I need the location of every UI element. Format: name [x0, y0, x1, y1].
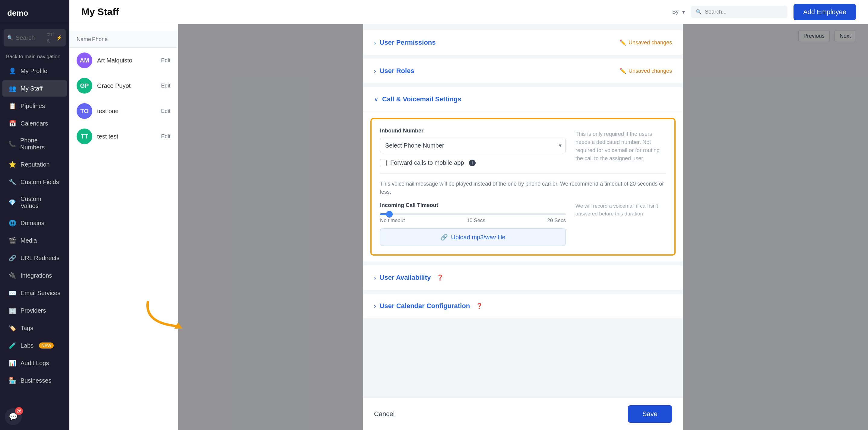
staff-list-item[interactable]: TT test test Edit: [69, 124, 178, 149]
sidebar-item-phone-numbers[interactable]: 📞 Phone Numbers: [2, 133, 67, 155]
phone-number-select[interactable]: Select Phone Number: [380, 138, 566, 153]
voicemail-description: This voicemail message will be played in…: [380, 180, 666, 196]
sidebar-item-custom-values[interactable]: 💎 Custom Values: [2, 191, 67, 213]
modal-panel: › User Permissions ✏️ Unsaved changes: [363, 24, 683, 430]
inbound-left: Inbound Number Select Phone Number ▾: [380, 127, 566, 166]
labs-icon: 🧪: [8, 342, 16, 349]
column-actions: [152, 36, 170, 42]
page-title: My Staff: [82, 6, 119, 18]
table-header: Name Phone: [69, 31, 178, 48]
help-icon: ❓: [437, 274, 443, 281]
sidebar-search-bar[interactable]: 🔍 ctrl K ⚡: [4, 29, 66, 47]
upload-button[interactable]: 🔗 Upload mp3/wav file: [380, 228, 566, 246]
section-header-left: › User Permissions: [374, 39, 436, 47]
slider-labels: No timeout 10 Secs 20 Secs: [380, 218, 566, 224]
user-calendar-header[interactable]: › User Calendar Configuration ❓: [363, 294, 683, 318]
staff-name: Grace Puyot: [97, 82, 131, 89]
sidebar-item-label: Businesses: [21, 377, 51, 384]
upload-label: Upload mp3/wav file: [451, 234, 505, 241]
header-search-bar[interactable]: 🔍: [691, 6, 787, 18]
inbound-section: Inbound Number Select Phone Number ▾: [380, 127, 666, 166]
chevron-right-icon: ›: [374, 303, 376, 310]
sidebar-item-my-profile[interactable]: 👤 My Profile: [2, 63, 67, 79]
sidebar-item-labs[interactable]: 🧪 Labs NEW: [2, 337, 67, 354]
sidebar-item-my-staff[interactable]: 👥 My Staff: [2, 80, 67, 96]
sidebar-item-custom-fields[interactable]: 🔧 Custom Fields: [2, 174, 67, 190]
call-voicemail-title: Call & Voicemail Settings: [382, 95, 461, 103]
sidebar-nav-label: Back to main navigation: [0, 51, 69, 62]
chevron-right-icon: ›: [374, 274, 376, 281]
chevron-right-icon: ›: [374, 39, 376, 46]
sidebar-item-label: Tags: [21, 325, 33, 332]
sidebar-item-pipelines[interactable]: 📋 Pipelines: [2, 98, 67, 114]
audit-icon: 📊: [8, 359, 16, 367]
slider-track: [380, 213, 566, 215]
domains-icon: 🌐: [8, 219, 16, 227]
forward-calls-row: Forward calls to mobile app i: [380, 159, 566, 166]
sort-chevron-icon[interactable]: ▾: [682, 9, 685, 16]
sidebar-item-email-services[interactable]: ✉️ Email Services: [2, 285, 67, 301]
add-employee-button[interactable]: Add Employee: [794, 4, 856, 20]
timeout-side-note: We will record a voicemail if call isn't…: [576, 202, 666, 218]
cancel-button[interactable]: Cancel: [374, 410, 395, 418]
sidebar-item-domains[interactable]: 🌐 Domains: [2, 215, 67, 231]
edit-link[interactable]: Edit: [161, 57, 170, 64]
staff-list-item[interactable]: TO test one Edit: [69, 98, 178, 124]
save-button[interactable]: Save: [628, 405, 672, 423]
sidebar: demo 🔍 ctrl K ⚡ Back to main navigation …: [0, 0, 69, 430]
search-input[interactable]: [16, 34, 44, 41]
section-header-left: ∨ Call & Voicemail Settings: [374, 95, 461, 103]
providers-icon: 🏢: [8, 307, 16, 314]
voicemail-section: This voicemail message will be played in…: [380, 173, 666, 246]
forward-calls-checkbox[interactable]: [380, 160, 386, 166]
slider-thumb[interactable]: [386, 211, 393, 218]
user-roles-header[interactable]: › User Roles ✏️ Unsaved changes: [363, 59, 683, 83]
tags-icon: 🏷️: [8, 324, 16, 332]
sidebar-item-label: URL Redirects: [21, 255, 59, 262]
sidebar-item-label: Audit Logs: [21, 360, 49, 367]
staff-panel: Name Phone AM Art Malquisto Edit GP Grac…: [69, 24, 178, 430]
user-availability-title: User Availability: [380, 274, 431, 282]
pencil-icon: ✏️: [619, 67, 626, 74]
unsaved-label: Unsaved changes: [628, 68, 672, 74]
staff-list-item[interactable]: GP Grace Puyot Edit: [69, 73, 178, 98]
call-voicemail-header[interactable]: ∨ Call & Voicemail Settings: [363, 87, 683, 112]
unsaved-label: Unsaved changes: [628, 39, 672, 46]
pencil-icon: ✏️: [619, 39, 626, 46]
user-availability-header[interactable]: › User Availability ❓: [363, 265, 683, 290]
edit-link[interactable]: Edit: [161, 108, 170, 114]
staff-list-item[interactable]: AM Art Malquisto Edit: [69, 48, 178, 73]
slider-label-no-timeout: No timeout: [380, 218, 405, 224]
info-icon[interactable]: i: [469, 160, 476, 166]
user-permissions-header[interactable]: › User Permissions ✏️ Unsaved changes: [363, 30, 683, 55]
edit-link[interactable]: Edit: [161, 83, 170, 89]
forward-calls-label: Forward calls to mobile app: [390, 159, 464, 166]
url-redirects-icon: 🔗: [8, 254, 16, 262]
search-shortcut: ctrl K: [46, 31, 54, 44]
incoming-timeout-label: Incoming Call Timeout: [380, 202, 566, 208]
sidebar-item-label: Reputation: [21, 161, 50, 168]
sidebar-item-businesses[interactable]: 🏪 Businesses: [2, 372, 67, 389]
sidebar-item-calendars[interactable]: 📅 Calendars: [2, 115, 67, 132]
edit-link[interactable]: Edit: [161, 133, 170, 140]
sidebar-item-tags[interactable]: 🏷️ Tags: [2, 320, 67, 336]
section-header-left: › User Availability ❓: [374, 274, 443, 282]
phone-select-wrapper: Select Phone Number ▾: [380, 138, 566, 153]
header-search-input[interactable]: [705, 9, 783, 15]
sidebar-item-label: My Profile: [21, 67, 48, 75]
sidebar-item-integrations[interactable]: 🔌 Integrations: [2, 267, 67, 284]
main-area: My Staff By ▾ 🔍 Add Employee Name Phone: [69, 0, 868, 430]
sidebar-item-providers[interactable]: 🏢 Providers: [2, 303, 67, 319]
businesses-icon: 🏪: [8, 377, 16, 384]
sidebar-item-reputation[interactable]: ⭐ Reputation: [2, 156, 67, 173]
help-icon: ❓: [476, 303, 483, 309]
sidebar-item-audit-logs[interactable]: 📊 Audit Logs: [2, 355, 67, 371]
sidebar-item-media[interactable]: 🎬 Media: [2, 232, 67, 249]
sidebar-item-label: Pipelines: [21, 103, 45, 110]
sidebar-item-url-redirects[interactable]: 🔗 URL Redirects: [2, 250, 67, 266]
chevron-down-icon: ∨: [374, 96, 378, 103]
user-calendar-title: User Calendar Configuration: [380, 302, 470, 310]
user-roles-section: › User Roles ✏️ Unsaved changes: [363, 59, 683, 83]
sidebar-item-label: My Staff: [21, 85, 42, 92]
notifications-button[interactable]: 💬 26: [5, 408, 22, 425]
